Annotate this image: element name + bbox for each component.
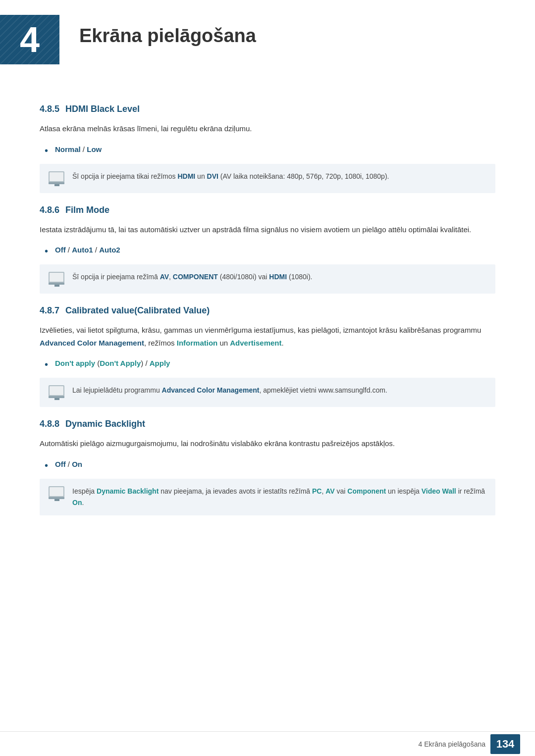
keyword-acm-2: Advanced Color Management — [162, 386, 260, 394]
keyword-component-1: COMPONENT — [173, 273, 218, 281]
section-title-4-8-7: Calibrated value(Calibrated Value) — [65, 305, 210, 315]
keyword-information: Information — [177, 339, 218, 347]
keyword-auto1: Auto1 — [72, 246, 93, 254]
section-4-8-6: 4.8.6Film Mode Iestata izstrādājumu tā, … — [40, 205, 495, 294]
note-text-4-8-6: Šī opcija ir pieejama režīmā AV, COMPONE… — [72, 271, 313, 283]
bullet-text-4-8-8: Off / On — [55, 459, 82, 470]
page-footer: 4 Ekrāna pielāgošana 134 — [0, 731, 535, 756]
bullet-dot-4-8-5: • — [45, 144, 48, 157]
svg-rect-1 — [50, 172, 63, 181]
section-4-8-7: 4.8.7Calibrated value(Calibrated Value) … — [40, 305, 495, 407]
bullet-dot-4-8-8: • — [45, 459, 48, 472]
section-title-4-8-5: HDMI Black Level — [65, 104, 140, 114]
main-content: 4.8.5HDMI Black Level Atlasa ekrāna meln… — [0, 84, 535, 567]
keyword-av-2: AV — [325, 487, 334, 495]
section-num-4-8-6: 4.8.6 — [40, 205, 59, 215]
section-body-4-8-6: Iestata izstrādājumu tā, lai tas automāt… — [40, 223, 495, 236]
note-text-4-8-8: Iespēja Dynamic Backlight nav pieejama, … — [72, 486, 486, 508]
keyword-hdmi-2: HDMI — [269, 273, 287, 281]
page-number-badge: 134 — [490, 734, 520, 754]
keyword-low: Low — [87, 145, 102, 153]
bullet-dot-4-8-6: • — [45, 245, 48, 257]
note-icon-4-8-8 — [49, 486, 65, 501]
keyword-acm-1: Advanced Color Management — [40, 339, 144, 347]
section-heading-4-8-7: 4.8.7Calibrated value(Calibrated Value) — [40, 305, 495, 316]
keyword-dvi: DVI — [207, 172, 218, 180]
keyword-video-wall: Video Wall — [422, 487, 456, 495]
keyword-off-1: Off — [55, 246, 66, 254]
chapter-number: 4 — [20, 22, 40, 57]
page-header: 4 Ekrāna pielāgošana — [0, 0, 535, 84]
svg-rect-6 — [49, 283, 64, 285]
section-heading-4-8-6: 4.8.6Film Mode — [40, 205, 495, 215]
section-body-4-8-8: Automātiski pielāgo aizmugurgaismojumu, … — [40, 437, 495, 450]
svg-rect-3 — [54, 184, 59, 186]
note-4-8-8: Iespēja Dynamic Backlight nav pieejama, … — [40, 479, 495, 515]
svg-rect-13 — [50, 487, 63, 496]
keyword-dynamic-backlight: Dynamic Backlight — [97, 487, 159, 495]
note-4-8-7: Lai lejupielādētu programmu Advanced Col… — [40, 378, 495, 407]
keyword-pc: PC — [312, 487, 321, 495]
section-4-8-5: 4.8.5HDMI Black Level Atlasa ekrāna meln… — [40, 104, 495, 193]
bullet-4-8-7: • Don't apply (Don't Apply) / Apply — [45, 358, 495, 371]
note-icon-4-8-6 — [49, 272, 65, 287]
bullet-dot-4-8-7: • — [45, 358, 48, 371]
section-heading-4-8-5: 4.8.5HDMI Black Level — [40, 104, 495, 114]
bullet-4-8-5: • Normal / Low — [45, 144, 495, 157]
svg-rect-15 — [54, 499, 59, 501]
keyword-hdmi-1: HDMI — [177, 172, 195, 180]
bullet-4-8-6: • Off / Auto1 / Auto2 — [45, 245, 495, 257]
keyword-dont-apply-2: Don't Apply — [100, 359, 141, 367]
svg-rect-9 — [50, 386, 63, 395]
section-title-4-8-8: Dynamic Backlight — [65, 419, 145, 429]
section-num-4-8-8: 4.8.8 — [40, 419, 59, 429]
chapter-number-block: 4 — [0, 15, 59, 64]
section-num-4-8-5: 4.8.5 — [40, 104, 59, 114]
note-text-4-8-5: Šī opcija ir pieejama tikai režīmos HDMI… — [72, 171, 389, 182]
keyword-off-2: Off — [55, 460, 66, 468]
keyword-on-2: On — [72, 499, 82, 506]
keyword-av-1: AV — [160, 273, 169, 281]
section-body-4-8-5: Atlasa ekrāna melnās krāsas līmeni, lai … — [40, 122, 495, 135]
svg-rect-7 — [54, 285, 59, 287]
note-4-8-5: Šī opcija ir pieejama tikai režīmos HDMI… — [40, 164, 495, 193]
section-title-4-8-6: Film Mode — [65, 205, 109, 215]
bullet-4-8-8: • Off / On — [45, 459, 495, 472]
keyword-advertisement: Advertisement — [230, 339, 281, 347]
svg-rect-5 — [50, 273, 63, 282]
bullet-text-4-8-7: Don't apply (Don't Apply) / Apply — [55, 358, 170, 369]
note-4-8-6: Šī opcija ir pieejama režīmā AV, COMPONE… — [40, 264, 495, 294]
keyword-auto2: Auto2 — [99, 246, 120, 254]
svg-rect-11 — [54, 398, 59, 400]
section-4-8-8: 4.8.8Dynamic Backlight Automātiski pielā… — [40, 419, 495, 515]
svg-rect-14 — [49, 497, 64, 499]
svg-rect-2 — [49, 182, 64, 184]
keyword-component-2: Component — [347, 487, 386, 495]
footer-chapter-text: 4 Ekrāna pielāgošana — [419, 740, 485, 748]
section-num-4-8-7: 4.8.7 — [40, 305, 59, 315]
keyword-on: On — [72, 460, 82, 468]
note-icon-4-8-5 — [49, 171, 65, 186]
note-text-4-8-7: Lai lejupielādētu programmu Advanced Col… — [72, 385, 387, 396]
section-body-4-8-7: Izvēlieties, vai lietot spilgtuma, krāsu… — [40, 324, 495, 349]
keyword-apply: Apply — [150, 359, 170, 367]
bullet-text-4-8-6: Off / Auto1 / Auto2 — [55, 245, 120, 256]
section-heading-4-8-8: 4.8.8Dynamic Backlight — [40, 419, 495, 429]
chapter-title: Ekrāna pielāgošana — [59, 15, 256, 57]
note-icon-4-8-7 — [49, 385, 65, 400]
bullet-text-4-8-5: Normal / Low — [55, 144, 102, 155]
keyword-dont-apply: Don't apply — [55, 359, 95, 367]
svg-rect-10 — [49, 396, 64, 398]
keyword-normal: Normal — [55, 145, 81, 153]
